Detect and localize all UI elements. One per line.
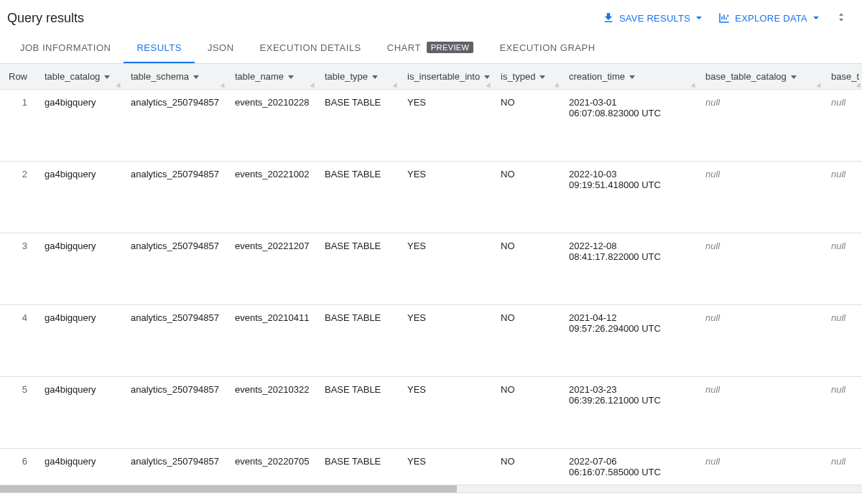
cell-base_table_catalog: null	[697, 90, 822, 162]
column-resizer[interactable]	[309, 82, 315, 88]
explore-data-button[interactable]: EXPLORE DATA	[715, 7, 822, 29]
table-row: 6ga4bigqueryanalytics_250794857events_20…	[0, 449, 862, 485]
column-header-base_table_catalog[interactable]: base_table_catalog	[697, 64, 822, 90]
expand-collapse-button[interactable]	[832, 8, 851, 29]
cell-is_typed: NO	[492, 449, 560, 485]
cell-is_insertable_into: YES	[399, 449, 492, 485]
cell-creation_time: 2021-03-23 06:39:26.121000 UTC	[560, 377, 697, 449]
unfold-icon	[835, 11, 848, 24]
column-header-label: creation_time	[569, 71, 625, 82]
last-page-button[interactable]	[828, 500, 851, 504]
cell-table_name: events_20221002	[226, 162, 316, 233]
cell-table_type: BASE TABLE	[316, 90, 399, 162]
column-resizer[interactable]	[485, 82, 491, 88]
column-header-label: base_table_catalog	[705, 71, 787, 82]
row-number-cell: 1	[0, 90, 36, 162]
row-number-cell: 2	[0, 162, 36, 233]
column-header-label: is_typed	[501, 71, 535, 82]
save-results-label: SAVE RESULTS	[619, 13, 690, 24]
tab-chart[interactable]: CHARTPREVIEW	[374, 33, 487, 63]
sort-caret-icon	[288, 75, 294, 79]
null-value: null	[831, 169, 845, 179]
tab-label: JSON	[208, 42, 234, 53]
null-value: null	[831, 97, 845, 108]
column-header-table_name[interactable]: table_name	[226, 64, 316, 90]
sort-caret-icon	[539, 75, 545, 79]
null-value: null	[705, 312, 720, 323]
column-header-is_typed[interactable]: is_typed	[492, 64, 560, 90]
row-number-cell: 3	[0, 233, 36, 305]
chart-icon	[718, 11, 731, 24]
sort-caret-icon	[629, 75, 635, 79]
column-header-label: table_type	[325, 71, 368, 82]
column-header-table_type[interactable]: table_type	[316, 64, 399, 90]
null-value: null	[831, 312, 845, 323]
horizontal-scrollbar[interactable]	[0, 485, 862, 493]
cell-is_typed: NO	[492, 162, 560, 233]
tab-label: CHART	[387, 42, 421, 53]
cell-base_table_schema: null	[822, 90, 862, 162]
results-table: Rowtable_catalogtable_schematable_nameta…	[0, 64, 862, 485]
scrollbar-thumb[interactable]	[0, 485, 457, 493]
column-header-table_schema[interactable]: table_schema	[122, 64, 226, 90]
cell-table_catalog: ga4bigquery	[36, 162, 122, 233]
cell-table_catalog: ga4bigquery	[36, 449, 122, 485]
column-resizer[interactable]	[553, 82, 559, 88]
null-value: null	[705, 456, 720, 467]
cell-base_table_catalog: null	[697, 233, 822, 305]
column-header-base_table_schema: base_t	[822, 64, 862, 90]
column-header-label: is_insertable_into	[407, 71, 480, 82]
tab-execution-details[interactable]: EXECUTION DETAILS	[247, 33, 374, 63]
prev-page-button[interactable]	[767, 500, 790, 504]
table-row: 3ga4bigqueryanalytics_250794857events_20…	[0, 233, 862, 305]
null-value: null	[831, 456, 845, 467]
cell-creation_time: 2021-03-01 06:07:08.823000 UTC	[560, 90, 697, 162]
cell-creation_time: 2022-10-03 09:19:51.418000 UTC	[560, 162, 697, 233]
null-value: null	[831, 241, 845, 251]
page-title: Query results	[7, 11, 84, 26]
table-row: 1ga4bigqueryanalytics_250794857events_20…	[0, 90, 862, 162]
cell-creation_time: 2022-07-06 06:16:07.585000 UTC	[560, 449, 697, 485]
column-header-creation_time[interactable]: creation_time	[560, 64, 697, 90]
sort-caret-icon	[791, 75, 797, 79]
cell-base_table_schema: null	[822, 449, 862, 485]
column-resizer[interactable]	[219, 82, 225, 88]
cell-table_type: BASE TABLE	[316, 305, 399, 377]
cell-table_schema: analytics_250794857	[122, 90, 226, 162]
row-number-cell: 5	[0, 377, 36, 449]
cell-creation_time: 2021-04-12 09:57:26.294000 UTC	[560, 305, 697, 377]
explore-data-label: EXPLORE DATA	[735, 13, 807, 24]
column-header-label: table_name	[235, 71, 284, 82]
column-resizer[interactable]	[115, 82, 121, 88]
null-value: null	[705, 97, 720, 108]
tab-results[interactable]: RESULTS	[124, 33, 195, 63]
tab-execution-graph[interactable]: EXECUTION GRAPH	[486, 33, 608, 63]
cell-table_catalog: ga4bigquery	[36, 305, 122, 377]
column-header-table_catalog[interactable]: table_catalog	[36, 64, 122, 90]
cell-base_table_catalog: null	[697, 162, 822, 233]
column-header-is_insertable_into[interactable]: is_insertable_into	[399, 64, 492, 90]
column-resizer[interactable]	[815, 82, 821, 88]
tab-json[interactable]: JSON	[195, 33, 247, 63]
null-value: null	[705, 169, 720, 179]
save-results-button[interactable]: SAVE RESULTS	[599, 7, 705, 29]
null-value: null	[831, 384, 845, 395]
cell-table_schema: analytics_250794857	[122, 233, 226, 305]
column-resizer[interactable]	[391, 82, 397, 88]
cell-base_table_schema: null	[822, 305, 862, 377]
caret-down-icon	[696, 17, 702, 19]
next-page-button[interactable]	[797, 500, 820, 504]
first-page-button[interactable]	[737, 500, 760, 504]
tab-job-information[interactable]: JOB INFORMATION	[7, 33, 124, 63]
cell-creation_time: 2022-12-08 08:41:17.822000 UTC	[560, 233, 697, 305]
table-row: 4ga4bigqueryanalytics_250794857events_20…	[0, 305, 862, 377]
column-resizer[interactable]	[690, 82, 695, 88]
column-resizer[interactable]	[855, 82, 861, 88]
cell-base_table_catalog: null	[697, 305, 822, 377]
cell-is_typed: NO	[492, 90, 560, 162]
cell-is_insertable_into: YES	[399, 377, 492, 449]
column-header-row: Row	[0, 64, 36, 90]
tab-label: RESULTS	[136, 42, 182, 53]
column-header-label: base_t	[831, 71, 859, 82]
results-table-wrapper[interactable]: Rowtable_catalogtable_schematable_nameta…	[0, 64, 862, 485]
